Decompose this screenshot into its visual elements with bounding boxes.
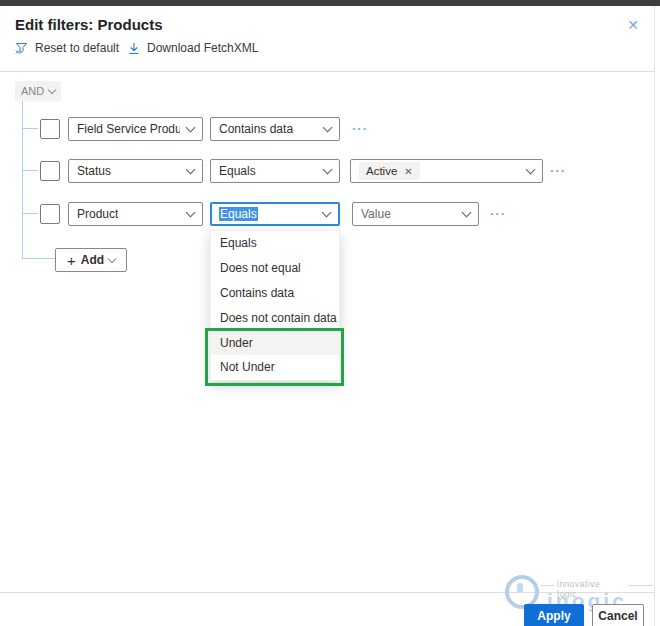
watermark-line-right	[629, 585, 653, 586]
dropdown-item-equals[interactable]: Equals	[211, 231, 339, 256]
value-tag: Active ✕	[359, 162, 420, 180]
dropdown-item-does-not-contain-data[interactable]: Does not contain data	[211, 305, 339, 330]
chevron-down-icon	[108, 254, 116, 262]
row2-operator-value: Equals	[219, 164, 256, 178]
chevron-down-icon	[186, 165, 196, 175]
reset-to-default-label: Reset to default	[35, 41, 119, 55]
row2-checkbox[interactable]	[40, 161, 60, 181]
row3-more-options-button[interactable]: ···	[490, 209, 506, 219]
cancel-button[interactable]: Cancel	[592, 604, 644, 626]
row3-operator-value-selected-text: Equals	[219, 207, 258, 221]
watermark-line-left	[541, 585, 554, 586]
row3-operator-select-focused[interactable]: Equals	[210, 202, 340, 226]
chevron-down-icon	[186, 208, 196, 218]
row2-operator-select[interactable]: Equals	[210, 159, 340, 183]
close-icon[interactable]: ✕	[624, 16, 642, 34]
reset-filter-icon	[15, 42, 28, 55]
chevron-down-icon	[462, 208, 472, 218]
page-title: Edit filters: Products	[15, 16, 163, 33]
row2-value-multiselect[interactable]: Active ✕	[350, 159, 543, 183]
edit-filters-dialog: Edit filters: Products ✕ Reset to defaul…	[0, 0, 660, 626]
reset-to-default-button[interactable]: Reset to default	[15, 41, 119, 55]
dropdown-item-not-under[interactable]: Not Under	[211, 355, 339, 380]
group-operator-label: AND	[21, 85, 44, 97]
header-divider	[0, 71, 655, 72]
inogic-logo-bulb	[517, 583, 523, 592]
row1-operator-value: Contains data	[219, 122, 293, 136]
add-filter-button[interactable]: + Add	[55, 248, 127, 272]
chevron-down-icon	[526, 165, 536, 175]
chevron-down-icon	[322, 208, 332, 218]
operator-dropdown-list: Equals Does not equal Contains data Does…	[210, 230, 340, 381]
row3-value-select[interactable]: Value	[352, 202, 479, 226]
chevron-down-icon	[323, 165, 333, 175]
apply-button[interactable]: Apply	[524, 604, 584, 626]
row3-value-placeholder: Value	[361, 207, 391, 221]
chevron-down-icon	[48, 85, 56, 93]
row1-operator-select[interactable]: Contains data	[210, 117, 340, 141]
tree-connector-row3	[22, 213, 38, 214]
row2-field-select[interactable]: Status	[68, 159, 203, 183]
dropdown-item-under[interactable]: Under	[211, 330, 339, 355]
download-fetchxml-label: Download FetchXML	[147, 41, 258, 55]
row1-more-options-button[interactable]: ···	[352, 124, 368, 134]
row3-checkbox[interactable]	[40, 204, 60, 224]
dialog-right-border	[654, 6, 655, 626]
tree-connector-add	[22, 258, 55, 259]
row2-field-value: Status	[77, 164, 111, 178]
chevron-down-icon	[186, 123, 196, 133]
add-button-label: Add	[81, 253, 104, 267]
dropdown-item-does-not-equal[interactable]: Does not equal	[211, 256, 339, 281]
row2-more-options-button[interactable]: ···	[550, 166, 566, 176]
row1-field-value: Field Service Product Ty...	[77, 122, 180, 136]
plus-icon: +	[67, 253, 76, 268]
row3-field-value: Product	[77, 207, 118, 221]
tree-connector-row2	[22, 170, 38, 171]
row1-checkbox[interactable]	[40, 119, 60, 139]
group-operator-dropdown[interactable]: AND	[15, 81, 61, 101]
tree-connector-row1	[22, 128, 38, 129]
window-top-bar	[0, 0, 660, 6]
value-tag-label: Active	[366, 165, 397, 177]
tree-connector-vertical	[22, 101, 23, 259]
dropdown-item-contains-data[interactable]: Contains data	[211, 281, 339, 306]
download-icon	[128, 42, 140, 55]
download-fetchxml-button[interactable]: Download FetchXML	[128, 41, 258, 55]
remove-tag-icon[interactable]: ✕	[404, 166, 412, 177]
row1-field-select[interactable]: Field Service Product Ty...	[68, 117, 203, 141]
chevron-down-icon	[323, 123, 333, 133]
row3-field-select[interactable]: Product	[68, 202, 203, 226]
